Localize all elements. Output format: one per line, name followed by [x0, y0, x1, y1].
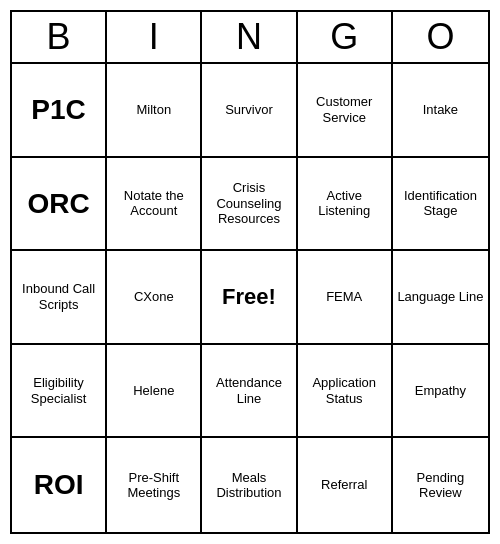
bingo-cell: Pending Review [393, 438, 488, 532]
bingo-cell: Referral [298, 438, 393, 532]
bingo-cell: Survivor [202, 64, 297, 158]
bingo-cell: Active Listening [298, 158, 393, 252]
bingo-cell: Crisis Counseling Resources [202, 158, 297, 252]
bingo-cell: ORC [12, 158, 107, 252]
bingo-card: BINGO P1CMiltonSurvivorCustomer ServiceI… [10, 10, 490, 534]
bingo-cell: P1C [12, 64, 107, 158]
bingo-cell: ROI [12, 438, 107, 532]
bingo-cell: Eligibility Specialist [12, 345, 107, 439]
bingo-cell: Meals Distribution [202, 438, 297, 532]
bingo-cell: Notate the Account [107, 158, 202, 252]
header-letter: B [12, 12, 107, 62]
bingo-cell: Pre-Shift Meetings [107, 438, 202, 532]
header-letter: N [202, 12, 297, 62]
bingo-cell: FEMA [298, 251, 393, 345]
bingo-cell: Application Status [298, 345, 393, 439]
bingo-cell: Language Line [393, 251, 488, 345]
bingo-cell: Intake [393, 64, 488, 158]
bingo-cell: Customer Service [298, 64, 393, 158]
bingo-grid: P1CMiltonSurvivorCustomer ServiceIntakeO… [12, 64, 488, 532]
bingo-cell: Empathy [393, 345, 488, 439]
bingo-cell: Free! [202, 251, 297, 345]
bingo-header: BINGO [12, 12, 488, 64]
bingo-cell: Identification Stage [393, 158, 488, 252]
header-letter: I [107, 12, 202, 62]
bingo-cell: Milton [107, 64, 202, 158]
bingo-cell: Attendance Line [202, 345, 297, 439]
header-letter: G [298, 12, 393, 62]
header-letter: O [393, 12, 488, 62]
bingo-cell: Inbound Call Scripts [12, 251, 107, 345]
bingo-cell: CXone [107, 251, 202, 345]
bingo-cell: Helene [107, 345, 202, 439]
